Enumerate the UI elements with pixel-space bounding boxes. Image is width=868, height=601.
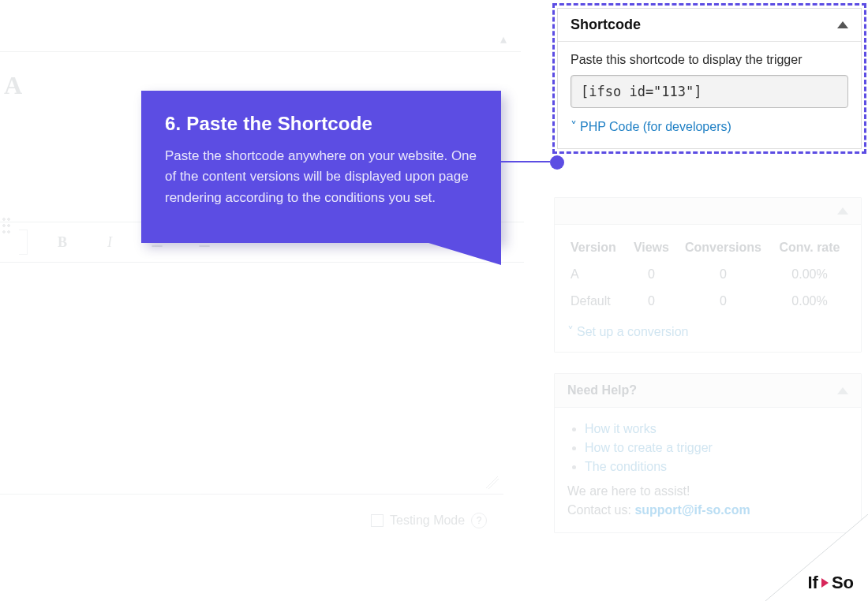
shortcode-panel: Shortcode Paste this shortcode to displa… <box>557 8 862 149</box>
cell-views: 0 <box>627 261 675 288</box>
cell-conv: 0 <box>675 288 771 315</box>
callout-title: 6. Paste the Shortcode <box>165 113 477 135</box>
shortcode-code-field[interactable]: [ifso id="113"] <box>571 75 848 108</box>
caret-up-icon <box>837 387 848 394</box>
testing-mode-row: Testing Mode ? <box>371 513 487 528</box>
editor-body[interactable] <box>0 261 503 495</box>
shortcode-panel-header[interactable]: Shortcode <box>558 9 861 42</box>
help-panel-header[interactable]: Need Help? <box>555 374 861 408</box>
table-row: A 0 0 0.00% <box>567 261 848 288</box>
chevron-down-icon: ˅ <box>567 325 574 338</box>
italic-button[interactable]: I <box>97 230 122 255</box>
setup-conversion-link[interactable]: ˅Set up a conversion <box>567 324 848 339</box>
shortcode-instruction: Paste this shortcode to display the trig… <box>571 53 848 67</box>
caret-up-icon <box>837 21 848 28</box>
shortcode-panel-highlight: Shortcode Paste this shortcode to displa… <box>552 3 866 154</box>
ifso-logo: IfSo <box>807 573 854 593</box>
callout-connector-line <box>501 161 550 162</box>
callout-connector-dot <box>550 155 564 170</box>
stats-table: Version Views Conversions Conv. rate A 0… <box>567 234 848 315</box>
tutorial-callout: 6. Paste the Shortcode Paste the shortco… <box>141 91 501 243</box>
help-link-conditions[interactable]: The conditions <box>585 460 667 473</box>
caret-up-icon <box>837 207 848 215</box>
col-conversions: Conversions <box>675 234 771 261</box>
cell-version: A <box>567 261 627 288</box>
stats-panel-header[interactable] <box>555 198 861 225</box>
help-panel: Need Help? How it works How to create a … <box>554 373 862 533</box>
callout-body: Paste the shortcode anywhere on your web… <box>165 146 477 208</box>
collapse-caret-icon[interactable]: ▴ <box>500 32 507 47</box>
help-link-how-it-works[interactable]: How it works <box>585 422 657 435</box>
help-link-create-trigger[interactable]: How to create a trigger <box>585 441 713 454</box>
format-select[interactable] <box>19 230 28 255</box>
testing-mode-checkbox[interactable] <box>371 514 383 527</box>
col-version: Version <box>567 234 627 261</box>
version-label: A <box>4 71 22 100</box>
php-code-link[interactable]: ˅PHP Code (for developers) <box>571 119 848 134</box>
col-views: Views <box>627 234 675 261</box>
help-title: Need Help? <box>567 383 637 398</box>
cell-rate: 0.00% <box>771 288 848 315</box>
help-links-list: How it works How to create a trigger The… <box>567 422 848 474</box>
play-icon <box>821 578 829 588</box>
support-email-link[interactable]: support@if-so.com <box>634 503 750 517</box>
cell-views: 0 <box>627 288 675 315</box>
chevron-down-icon: ˅ <box>571 119 577 134</box>
bold-button[interactable]: B <box>50 230 75 255</box>
cell-rate: 0.00% <box>771 261 848 288</box>
table-row: Default 0 0 0.00% <box>567 288 848 315</box>
cell-conv: 0 <box>675 261 771 288</box>
help-icon[interactable]: ? <box>471 513 487 528</box>
editor-topbar: ▴ <box>0 0 521 52</box>
testing-mode-label: Testing Mode <box>390 513 465 528</box>
col-rate: Conv. rate <box>771 234 848 261</box>
shortcode-title: Shortcode <box>571 17 641 33</box>
assist-text: We are here to assist! Contact us: suppo… <box>567 482 848 520</box>
cell-version: Default <box>567 288 627 315</box>
resize-handle-icon[interactable] <box>486 476 499 489</box>
stats-panel: Version Views Conversions Conv. rate A 0… <box>554 197 862 353</box>
